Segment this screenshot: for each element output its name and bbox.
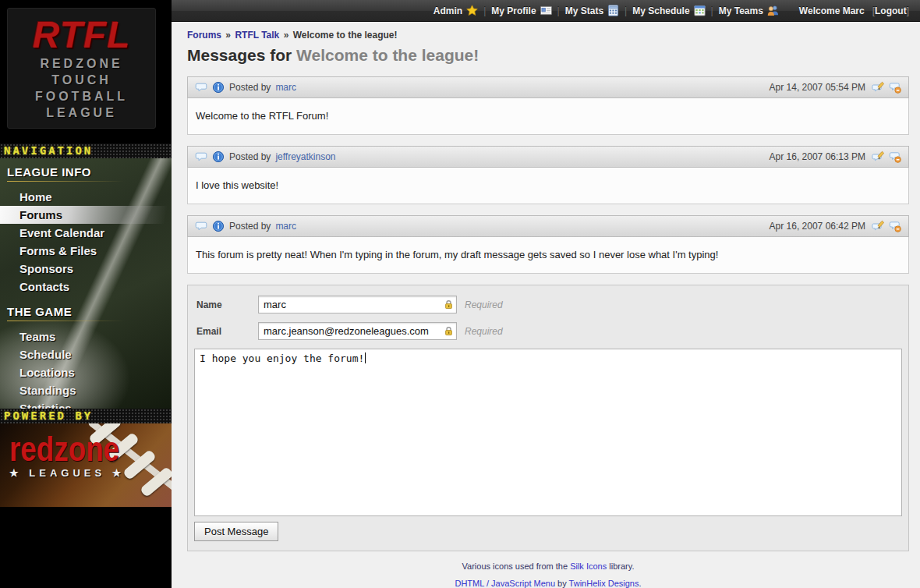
- section-title-league-info: LEAGUE INFO: [0, 164, 172, 183]
- message-header: Posted by jeffreyatkinson Apr 16, 2007 0…: [187, 146, 909, 168]
- name-field[interactable]: [258, 296, 457, 313]
- topbar-separator: |: [625, 5, 627, 16]
- required-hint: Required: [465, 326, 503, 337]
- information-icon: [212, 81, 225, 94]
- welcome-text: Welcome Marc: [799, 5, 865, 16]
- admin-label: Admin: [433, 5, 462, 16]
- message-header: Posted by marc Apr 16, 2007 06:42 PM: [187, 215, 909, 237]
- logo-acronym: RTFL: [8, 15, 155, 55]
- message-header: Posted by marc Apr 14, 2007 05:54 PM: [187, 76, 909, 98]
- my-teams-label: My Teams: [719, 5, 763, 16]
- information-icon: [212, 151, 225, 163]
- the-game-menu: Teams Schedule Locations Standings Stati…: [0, 328, 172, 417]
- vcard-icon: [540, 5, 552, 16]
- page-footer: Various icons used from the Silk Icons l…: [187, 561, 909, 588]
- comment-edit-icon[interactable]: [872, 151, 884, 163]
- comment-bubble-icon: [195, 220, 207, 232]
- forum-message: Posted by marc Apr 14, 2007 05:54 PM Wel…: [187, 76, 909, 135]
- forum-message: Posted by marc Apr 16, 2007 06:42 PM Thi…: [187, 215, 909, 274]
- powered-by-led-header: POWERED BY: [0, 409, 172, 423]
- name-row: Name Required: [194, 296, 902, 313]
- page-title-topic: Welcome to the league!: [296, 46, 479, 64]
- posted-by-label: Posted by: [229, 82, 271, 93]
- breadcrumb-current: Welcome to the league!: [293, 30, 398, 41]
- topbar: Admin | My Profile | My Stats | My Sched…: [172, 0, 920, 22]
- message-body: This forum is pretty neat! When I'm typi…: [187, 237, 909, 274]
- topbar-item-my-schedule[interactable]: My Schedule: [632, 5, 705, 16]
- sidebar-item-home[interactable]: Home: [0, 188, 172, 206]
- post-message-form: Name Required Email Required I hope you …: [187, 285, 909, 551]
- star-icon: [466, 5, 478, 16]
- my-stats-label: My Stats: [565, 5, 603, 16]
- group-icon: [767, 5, 779, 16]
- message-timestamp: Apr 16, 2007 06:13 PM: [770, 151, 865, 162]
- footer-credit-icons: Various icons used from the Silk Icons l…: [187, 561, 909, 571]
- message-draft-text: I hope you enjoy the forum!: [200, 352, 364, 364]
- padlock-icon: [444, 326, 454, 336]
- page-title: Messages for Welcome to the league!: [187, 46, 909, 65]
- comment-delete-icon[interactable]: [889, 151, 901, 163]
- comment-edit-icon[interactable]: [872, 81, 884, 94]
- sidebar-item-contacts[interactable]: Contacts: [0, 278, 172, 296]
- sidebar-item-forums[interactable]: Forums: [0, 206, 172, 224]
- breadcrumb-link-rtfl-talk[interactable]: RTFL Talk: [235, 30, 279, 41]
- post-message-button[interactable]: Post Message: [194, 522, 278, 541]
- logout-button[interactable]: Logout: [875, 5, 907, 16]
- posted-by-label: Posted by: [229, 221, 271, 232]
- comment-bubble-icon: [195, 81, 207, 94]
- breadcrumb-separator: »: [284, 30, 289, 41]
- message-timestamp: Apr 14, 2007 05:54 PM: [770, 82, 865, 93]
- sidebar-item-locations[interactable]: Locations: [0, 363, 172, 381]
- leagues-logo-text: ★ LEAGUES ★: [9, 467, 129, 479]
- footer-text: by: [557, 579, 567, 588]
- topbar-separator: |: [557, 5, 560, 16]
- message-textarea[interactable]: I hope you enjoy the forum!: [194, 349, 902, 516]
- text-cursor: [365, 352, 366, 363]
- league-info-menu: Home Forums Event Calendar Forms & Files…: [0, 188, 172, 296]
- section-title-the-game: THE GAME: [0, 303, 172, 323]
- logo-line: REDZONE: [8, 55, 155, 72]
- page-title-prefix: Messages for: [187, 46, 292, 64]
- silk-icons-link[interactable]: Silk Icons: [570, 561, 607, 571]
- required-hint: Required: [465, 299, 503, 310]
- logo-line: FOOTBALL: [8, 88, 155, 104]
- sidebar: RTFL REDZONE TOUCH FOOTBALL LEAGUE NAVIG…: [0, 0, 172, 588]
- topbar-item-my-stats[interactable]: My Stats: [565, 5, 619, 16]
- sidebar-item-standings[interactable]: Standings: [0, 381, 172, 399]
- football-photo: redzone ★ LEAGUES ★: [0, 423, 172, 507]
- twinhelix-link[interactable]: TwinHelix Designs: [569, 579, 639, 588]
- author-link[interactable]: jeffreyatkinson: [275, 151, 335, 162]
- dhtml-menu-link[interactable]: DHTML / JavaScript Menu: [455, 579, 555, 588]
- my-schedule-label: My Schedule: [632, 5, 689, 16]
- email-field[interactable]: [258, 322, 457, 340]
- sidebar-item-schedule[interactable]: Schedule: [0, 345, 172, 363]
- sidebar-item-event-calendar[interactable]: Event Calendar: [0, 224, 172, 242]
- message-timestamp: Apr 16, 2007 06:42 PM: [770, 221, 865, 232]
- footer-credit-menu: DHTML / JavaScript Menu by TwinHelix Des…: [187, 579, 909, 588]
- sidebar-item-sponsors[interactable]: Sponsors: [0, 260, 172, 278]
- topbar-item-admin[interactable]: Admin: [433, 5, 478, 16]
- rtfl-logo[interactable]: RTFL REDZONE TOUCH FOOTBALL LEAGUE: [7, 8, 156, 129]
- author-link[interactable]: marc: [275, 221, 296, 232]
- calculator-icon: [607, 5, 619, 16]
- my-profile-label: My Profile: [491, 5, 536, 16]
- breadcrumb: Forums » RTFL Talk » Welcome to the leag…: [187, 30, 909, 41]
- comment-delete-icon[interactable]: [889, 81, 901, 94]
- topbar-item-my-teams[interactable]: My Teams: [719, 5, 779, 16]
- topbar-item-my-profile[interactable]: My Profile: [491, 5, 551, 16]
- footer-text: Various icons used from the: [462, 561, 568, 571]
- posted-by-label: Posted by: [229, 151, 271, 162]
- author-link[interactable]: marc: [275, 82, 296, 93]
- comment-edit-icon[interactable]: [872, 220, 884, 232]
- breadcrumb-separator: »: [225, 30, 231, 41]
- logo-line: LEAGUE: [8, 104, 155, 121]
- sidebar-item-forms-files[interactable]: Forms & Files: [0, 242, 172, 260]
- sidebar-item-teams[interactable]: Teams: [0, 328, 172, 345]
- message-body: I love this website!: [187, 168, 909, 204]
- redzone-leagues-logo[interactable]: redzone ★ LEAGUES ★: [9, 431, 129, 479]
- forum-message: Posted by jeffreyatkinson Apr 16, 2007 0…: [187, 146, 909, 204]
- comment-delete-icon[interactable]: [889, 220, 901, 232]
- main-content: Forums » RTFL Talk » Welcome to the leag…: [172, 22, 920, 588]
- topbar-separator: |: [483, 5, 486, 16]
- breadcrumb-link-forums[interactable]: Forums: [187, 30, 221, 41]
